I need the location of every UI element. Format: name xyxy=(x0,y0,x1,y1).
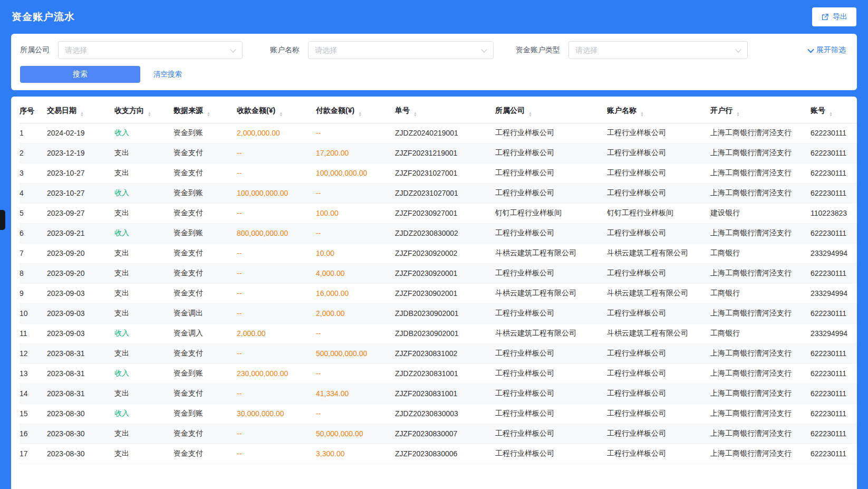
cell-index: 7 xyxy=(20,243,47,263)
sort-icon[interactable]: ▲▼ xyxy=(640,111,644,117)
sort-icon[interactable]: ▲▼ xyxy=(413,111,417,117)
filter-account-type-select[interactable] xyxy=(568,41,748,59)
cell-direction: 支出 xyxy=(114,163,173,183)
clear-search-link[interactable]: 清空搜索 xyxy=(153,70,182,79)
sort-icon[interactable]: ▲▼ xyxy=(736,111,740,117)
cell-company: 工程行业样板公司 xyxy=(495,363,607,383)
cell-date: 2023-09-03 xyxy=(47,323,114,343)
column-header[interactable]: 开户行▲▼ xyxy=(710,100,811,123)
column-label: 账户名称 xyxy=(607,106,636,114)
sidebar-collapse-handle[interactable] xyxy=(0,210,5,230)
filter-company-label: 所属公司 xyxy=(20,45,50,55)
cell-receipt-amount: -- xyxy=(237,203,316,223)
table-row: 9 2023-09-03 支出 资金支付 -- 16,000.00 ZJZF20… xyxy=(20,283,857,303)
cell-account-no: 622230111 xyxy=(811,424,857,444)
cell-order-no: ZJZF20230920001 xyxy=(395,263,495,283)
cell-date: 2023-09-03 xyxy=(47,303,114,323)
cell-receipt-amount: -- xyxy=(237,383,316,404)
page-header: 资金账户流水 导出 xyxy=(0,0,868,34)
column-label: 数据来源 xyxy=(173,106,203,114)
cell-direction: 支出 xyxy=(114,203,173,223)
search-button[interactable]: 搜索 xyxy=(20,66,140,83)
cell-payment-amount: 41,334.00 xyxy=(316,383,395,404)
cell-account-no: 622230111 xyxy=(811,404,857,424)
cell-receipt-amount: 230,000,000.00 xyxy=(237,363,316,383)
cell-payment-amount: 500,000,000.00 xyxy=(316,343,395,363)
sort-icon[interactable]: ▲▼ xyxy=(279,111,283,117)
cell-date: 2023-08-30 xyxy=(47,424,114,444)
cell-payment-amount: 17,200.00 xyxy=(316,143,395,163)
column-header[interactable]: 账户名称▲▼ xyxy=(607,100,710,123)
cell-account-name: 工程行业样板公司 xyxy=(607,343,710,363)
sort-icon[interactable]: ▲▼ xyxy=(358,111,362,117)
cell-direction: 收入 xyxy=(114,123,173,143)
cell-index: 3 xyxy=(20,163,47,183)
column-header[interactable]: 所属公司▲▼ xyxy=(495,100,607,123)
column-header[interactable]: 收支方向▲▼ xyxy=(114,100,173,123)
cell-order-no: ZJDZ20230831001 xyxy=(395,363,495,383)
cell-direction: 支出 xyxy=(114,143,173,163)
cell-bank: 上海工商银行漕河泾支行 xyxy=(710,444,811,464)
cell-payment-amount: -- xyxy=(316,223,395,243)
cell-bank: 上海工商银行漕河泾支行 xyxy=(710,183,811,203)
cell-bank: 建设银行 xyxy=(710,203,811,223)
cell-bank: 上海工商银行漕河泾支行 xyxy=(710,303,811,323)
cell-account-name: 工程行业样板公司 xyxy=(607,183,710,203)
cell-date: 2023-12-19 xyxy=(47,143,114,163)
sort-icon[interactable]: ▲▼ xyxy=(528,111,532,117)
cell-payment-amount: 50,000,000.00 xyxy=(316,424,395,444)
export-button[interactable]: 导出 xyxy=(812,7,856,26)
sort-icon[interactable]: ▲▼ xyxy=(80,111,84,117)
cell-source: 资金支付 xyxy=(173,203,237,223)
cell-account-no: 622230111 xyxy=(811,383,857,404)
cell-receipt-amount: -- xyxy=(237,444,316,464)
cell-account-no: 622230111 xyxy=(811,343,857,363)
cell-index: 4 xyxy=(20,183,47,203)
cell-account-name: 斗栱云建筑工程有限公司 xyxy=(607,283,710,303)
column-header[interactable]: 收款金额(¥)▲▼ xyxy=(237,100,316,123)
cell-index: 14 xyxy=(20,383,47,404)
column-header[interactable]: 付款金额(¥)▲▼ xyxy=(316,100,395,123)
filter-account-name-input[interactable] xyxy=(308,42,493,59)
sort-icon[interactable]: ▲▼ xyxy=(829,111,833,117)
cell-date: 2023-09-21 xyxy=(47,223,114,243)
cell-bank: 上海工商银行漕河泾支行 xyxy=(710,263,811,283)
cell-bank: 上海工商银行漕河泾支行 xyxy=(710,143,811,163)
column-header[interactable]: 单号▲▼ xyxy=(395,100,495,123)
cell-date: 2023-09-27 xyxy=(47,203,114,223)
column-header[interactable]: 数据来源▲▼ xyxy=(173,100,237,123)
cell-source: 资金调入 xyxy=(173,323,237,343)
cell-direction: 支出 xyxy=(114,243,173,263)
filter-account-name-select[interactable] xyxy=(308,41,494,59)
cell-source: 资金支付 xyxy=(173,424,237,444)
cell-index: 1 xyxy=(20,123,47,143)
cell-account-no: 622230111 xyxy=(811,143,857,163)
filter-panel: 所属公司 账户名称 资金账户类型 展开筛选 搜索 清空搜索 xyxy=(11,34,857,90)
filter-account-type-input[interactable] xyxy=(569,42,747,59)
cell-payment-amount: -- xyxy=(316,404,395,424)
sort-icon[interactable]: ▲▼ xyxy=(207,111,210,117)
table-scroll-area[interactable]: 序号交易日期▲▼收支方向▲▼数据来源▲▼收款金额(¥)▲▼付款金额(¥)▲▼单号… xyxy=(11,100,857,489)
expand-filter-link[interactable]: 展开筛选 xyxy=(808,45,848,55)
transactions-table: 序号交易日期▲▼收支方向▲▼数据来源▲▼收款金额(¥)▲▼付款金额(¥)▲▼单号… xyxy=(20,100,857,464)
cell-receipt-amount: -- xyxy=(237,424,316,444)
column-header[interactable]: 交易日期▲▼ xyxy=(47,100,114,123)
filter-company-input[interactable] xyxy=(59,42,242,59)
cell-bank: 上海工商银行漕河泾支行 xyxy=(710,424,811,444)
cell-payment-amount: 2,000.00 xyxy=(316,303,395,323)
cell-source: 资金支付 xyxy=(173,383,237,404)
cell-date: 2023-10-27 xyxy=(47,183,114,203)
cell-order-no: ZJDZ20230830002 xyxy=(395,223,495,243)
cell-account-name: 斗栱云建筑工程有限公司 xyxy=(607,243,710,263)
column-header[interactable]: 账号▲▼ xyxy=(811,100,857,123)
cell-source: 资金调出 xyxy=(173,303,237,323)
filter-company-select[interactable] xyxy=(58,41,243,59)
cell-direction: 收入 xyxy=(114,363,173,383)
cell-payment-amount: -- xyxy=(316,363,395,383)
cell-receipt-amount: 100,000,000.00 xyxy=(237,183,316,203)
cell-date: 2023-08-30 xyxy=(47,444,114,464)
cell-order-no: ZJZF20230830006 xyxy=(395,444,495,464)
sort-icon[interactable]: ▲▼ xyxy=(148,111,151,117)
column-label: 交易日期 xyxy=(47,106,76,114)
cell-payment-amount: 100,000,000.00 xyxy=(316,163,395,183)
